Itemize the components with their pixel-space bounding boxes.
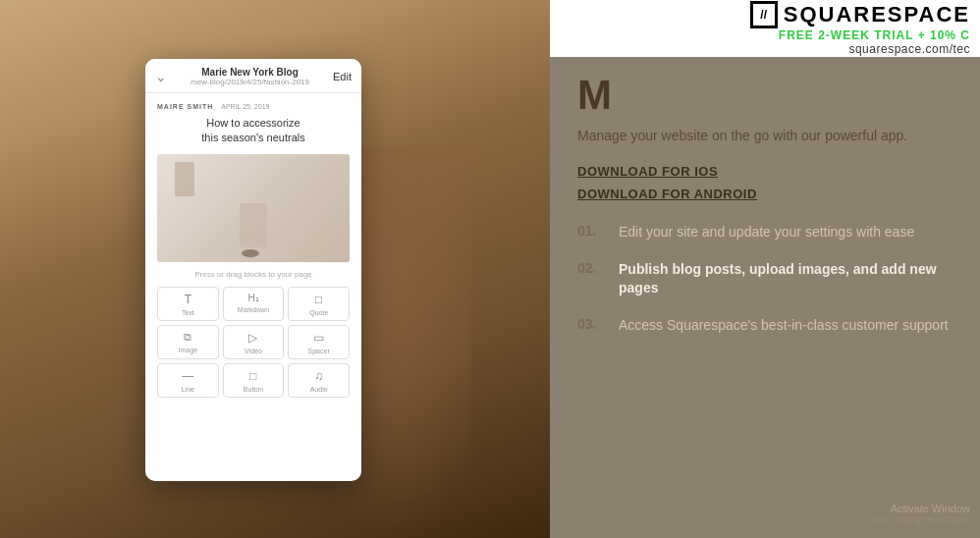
feature-item-2: 02. Publish blog posts, upload images, a… <box>577 260 953 298</box>
text-block-label: Text <box>182 309 194 316</box>
download-ios-link[interactable]: DOWNLOAD FOR IOS <box>577 164 953 179</box>
feature-num-3: 03. <box>577 316 605 332</box>
block-quote[interactable]: □ Quote <box>288 287 350 321</box>
blocks-grid: T Text H₁ Markdown □ Quote ⧉ Image ▷ Vid… <box>157 287 350 398</box>
video-block-label: Video <box>245 348 262 354</box>
image-block-label: Image <box>179 347 197 353</box>
phone-topbar: ⌄ Marie New York Blog /new-blog/2019/4/2… <box>145 59 361 93</box>
line-block-label: Line <box>182 386 194 393</box>
video-block-icon: ▷ <box>248 331 257 345</box>
spacer-block-label: Spacer <box>308 348 330 354</box>
phone-drag-text: Press or drag blocks to your page <box>157 270 350 279</box>
chevron-down-icon[interactable]: ⌄ <box>155 69 167 84</box>
block-button[interactable]: □ Button <box>223 363 285 398</box>
markdown-block-icon: H₁ <box>247 293 258 303</box>
phone-post: MAIRE SMITH APRIL 25, 2019 How to access… <box>145 93 361 262</box>
brand-name: SQUARESPACE <box>784 2 970 27</box>
feature-text-2: Publish blog posts, upload images, and a… <box>619 260 953 298</box>
download-android-link[interactable]: DOWNLOAD FOR ANDROID <box>577 187 953 201</box>
manage-title: M <box>577 75 953 116</box>
audio-block-icon: ♫ <box>314 369 323 383</box>
phone-author: MAIRE SMITH <box>157 103 213 110</box>
manage-description: Manage your website on the go with our p… <box>577 126 953 146</box>
feature-text-1: Edit your site and update your settings … <box>619 223 914 242</box>
feature-num-1: 01. <box>577 223 605 239</box>
features-list: 01. Edit your site and update your setti… <box>577 223 953 335</box>
ad-content: // SQUARESPACE FREE 2-WEEK TRIAL + 10% C… <box>750 1 970 56</box>
block-audio[interactable]: ♫ Audio <box>288 363 350 398</box>
block-text[interactable]: T Text <box>157 287 219 321</box>
right-panel: M Manage your website on the go with our… <box>550 57 980 538</box>
phone-mockup: ⌄ Marie New York Blog /new-blog/2019/4/2… <box>145 59 361 481</box>
block-markdown[interactable]: H₁ Markdown <box>223 287 285 321</box>
line-block-icon: — <box>182 369 193 383</box>
phone-author-line: MAIRE SMITH APRIL 25, 2019 <box>157 103 350 110</box>
audio-block-label: Audio <box>310 386 328 393</box>
logo-slash: // <box>760 8 767 22</box>
phone-date: APRIL 25, 2019 <box>221 103 269 110</box>
text-block-icon: T <box>185 293 191 306</box>
phone-blog-url: /new-blog/2019/4/25/fashion-2019 <box>191 78 309 86</box>
feature-item-3: 03. Access Squarespace's best-in-class c… <box>577 316 953 336</box>
free-trial-text: FREE 2-WEEK TRIAL + 10% C <box>750 28 970 42</box>
block-video[interactable]: ▷ Video <box>223 325 285 359</box>
activate-window-title: Activate Window <box>869 503 970 514</box>
image-block-icon: ⧉ <box>184 331 191 344</box>
activate-window-subtitle: Go to Settings to activate. <box>869 514 970 524</box>
block-spacer[interactable]: ▭ Spacer <box>288 325 350 359</box>
feature-text-3: Access Squarespace's best-in-class custo… <box>619 316 949 336</box>
markdown-block-label: Markdown <box>238 306 269 313</box>
button-block-label: Button <box>244 386 263 393</box>
phone-drag-area: Press or drag blocks to your page T Text… <box>145 262 361 405</box>
quote-block-icon: □ <box>315 293 322 306</box>
feature-item-1: 01. Edit your site and update your setti… <box>577 223 953 242</box>
block-image[interactable]: ⧉ Image <box>157 325 219 359</box>
squarespace-url: squarespace.com/tec <box>750 42 970 56</box>
ad-banner: // SQUARESPACE FREE 2-WEEK TRIAL + 10% C… <box>550 0 980 57</box>
button-block-icon: □ <box>249 369 256 383</box>
spacer-block-icon: ▭ <box>313 331 324 345</box>
quote-block-label: Quote <box>309 309 328 316</box>
phone-post-image <box>157 154 350 262</box>
ad-logo-line: // SQUARESPACE <box>750 1 970 28</box>
edit-button[interactable]: Edit <box>333 71 352 82</box>
phone-blog-info: Marie New York Blog /new-blog/2019/4/25/… <box>191 67 309 86</box>
feature-num-2: 02. <box>577 260 605 276</box>
activate-window: Activate Window Go to Settings to activa… <box>869 503 970 524</box>
phone-post-title: How to accessorizethis season's neutrals <box>157 116 350 146</box>
phone-blog-title: Marie New York Blog <box>191 67 309 78</box>
squarespace-logo-icon: // <box>750 1 778 28</box>
block-line[interactable]: — Line <box>157 363 219 398</box>
